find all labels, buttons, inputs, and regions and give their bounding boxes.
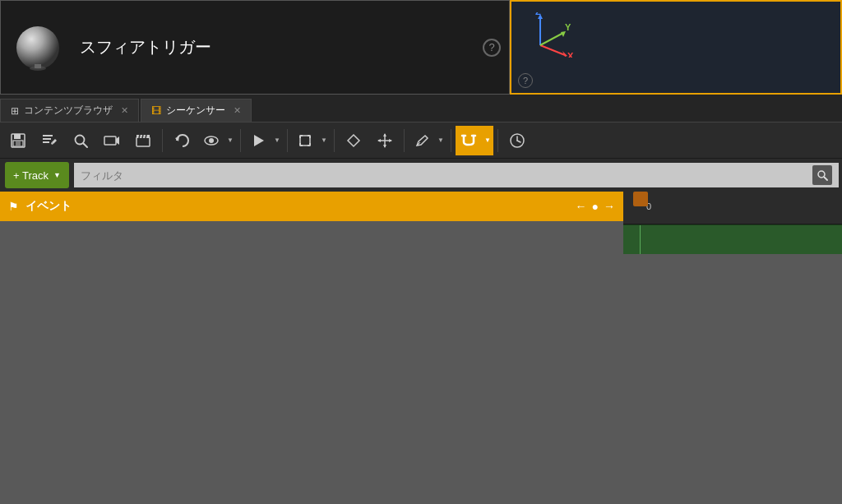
snap-dropdown-arrow[interactable]: ▼ <box>482 126 493 155</box>
tab-sequencer[interactable]: 🎞 シーケンサー ✕ <box>141 99 252 122</box>
viewport-panel: Z X Y ? <box>510 0 842 95</box>
svg-line-17 <box>84 143 88 147</box>
svg-line-50 <box>517 141 520 142</box>
toolbar: ▼ ▼ ▼ <box>0 123 842 159</box>
frame-button[interactable]: ▼ <box>292 126 330 155</box>
frame-icon <box>298 133 312 148</box>
edit-icon <box>41 132 58 149</box>
frame-dropdown-arrow[interactable]: ▼ <box>318 126 330 155</box>
svg-point-51 <box>818 171 825 178</box>
play-dropdown-arrow[interactable]: ▼ <box>271 126 283 155</box>
svg-rect-2 <box>35 64 41 68</box>
viewport-help-icon[interactable]: ? <box>518 73 533 88</box>
event-track-row: ⚑ イベント ← ● → <box>0 192 623 221</box>
svg-marker-42 <box>383 145 386 148</box>
toolbar-separator-5 <box>404 129 405 152</box>
draw-button[interactable]: ▼ <box>409 126 446 155</box>
view-dropdown-arrow[interactable]: ▼ <box>224 126 236 155</box>
timeline-vertical-line <box>640 225 641 254</box>
add-track-label: + Track <box>13 169 49 182</box>
tab-content-browser-close[interactable]: ✕ <box>121 105 128 116</box>
camera-button[interactable] <box>97 126 127 155</box>
svg-rect-14 <box>43 138 51 140</box>
timeline-ruler-inner: 0 <box>623 192 842 224</box>
timeline-empty <box>623 254 842 504</box>
svg-marker-28 <box>254 135 264 146</box>
tab-bar: ⊞ コンテンツブラウザ ✕ 🎞 シーケンサー ✕ <box>0 95 842 123</box>
track-row: + Track ▼ <box>0 159 842 192</box>
axis-z-label: Z <box>535 12 541 16</box>
add-track-button[interactable]: + Track ▼ <box>5 162 69 188</box>
search-button[interactable] <box>66 126 95 155</box>
axis-y-label: Y <box>565 22 571 32</box>
svg-line-24 <box>146 135 146 138</box>
diamond-icon <box>346 133 361 148</box>
toolbar-separator-2 <box>240 129 241 152</box>
transform-button[interactable] <box>370 126 400 155</box>
save-button[interactable] <box>3 126 33 155</box>
svg-rect-29 <box>300 136 310 146</box>
timeline-ruler: 0 <box>623 192 842 224</box>
move-icon <box>377 132 393 149</box>
svg-line-7 <box>540 33 563 45</box>
clapboard-button[interactable] <box>128 126 158 155</box>
svg-line-52 <box>825 178 828 181</box>
svg-point-27 <box>209 138 214 143</box>
toolbar-separator-7 <box>497 129 498 152</box>
eye-icon-btn <box>198 126 224 155</box>
svg-line-5 <box>540 45 565 55</box>
film-icon: 🎞 <box>151 105 161 117</box>
tab-sequencer-label: シーケンサー <box>166 104 225 118</box>
toolbar-separator-3 <box>287 129 288 152</box>
viewport-bg: Z X Y ? <box>511 2 840 93</box>
pen-icon-btn <box>409 126 435 155</box>
filter-search-button[interactable] <box>812 165 832 185</box>
svg-rect-15 <box>43 141 49 143</box>
event-ctrl-left[interactable]: ← <box>576 200 587 213</box>
playhead-marker[interactable] <box>633 192 648 206</box>
svg-rect-20 <box>136 137 150 146</box>
svg-rect-10 <box>14 134 21 139</box>
timeline-content <box>623 224 842 504</box>
axis-svg: Z X Y <box>524 12 573 58</box>
svg-point-0 <box>16 26 59 69</box>
undo-icon <box>173 132 190 149</box>
magnet-icon-btn <box>456 126 482 155</box>
filter-input-wrap <box>74 163 839 187</box>
svg-marker-38 <box>348 135 359 146</box>
svg-rect-12 <box>16 141 21 146</box>
snap-button[interactable]: ▼ <box>456 126 493 155</box>
sphere-thumbnail <box>9 19 67 76</box>
object-info-panel: スフィアトリガー ? <box>0 0 510 95</box>
toolbar-separator-6 <box>451 129 451 152</box>
event-ctrl-center[interactable]: ● <box>592 200 599 213</box>
toolbar-separator-1 <box>162 129 163 152</box>
event-controls: ← ● → <box>576 200 615 213</box>
draw-dropdown-arrow[interactable]: ▼ <box>435 126 446 155</box>
toolbar-separator-4 <box>334 129 335 152</box>
key-button[interactable] <box>339 126 368 155</box>
help-icon[interactable]: ? <box>483 39 501 57</box>
svg-rect-13 <box>43 135 53 136</box>
add-track-arrow: ▼ <box>53 171 61 179</box>
svg-marker-43 <box>377 139 381 142</box>
axis-x-label: X <box>567 51 573 58</box>
time-button[interactable] <box>502 126 532 155</box>
edit-button[interactable] <box>35 126 64 155</box>
filter-input[interactable] <box>81 169 812 182</box>
magnifier-icon <box>72 132 89 149</box>
svg-line-23 <box>142 135 143 138</box>
undo-button[interactable] <box>167 126 197 155</box>
frame-icon-btn <box>292 126 318 155</box>
left-panel: ⚑ イベント ← ● → <box>0 192 623 504</box>
timeline-panel: 0 <box>623 192 842 504</box>
play-button[interactable]: ▼ <box>245 126 283 155</box>
svg-line-22 <box>139 135 140 138</box>
grid-icon: ⊞ <box>11 105 19 117</box>
timeline-event-row <box>623 224 842 254</box>
tab-sequencer-close[interactable]: ✕ <box>234 105 241 116</box>
tab-content-browser[interactable]: ⊞ コンテンツブラウザ ✕ <box>0 99 139 122</box>
view-options-button[interactable]: ▼ <box>198 126 236 155</box>
clapboard-icon <box>135 132 151 149</box>
event-ctrl-right[interactable]: → <box>604 200 615 213</box>
